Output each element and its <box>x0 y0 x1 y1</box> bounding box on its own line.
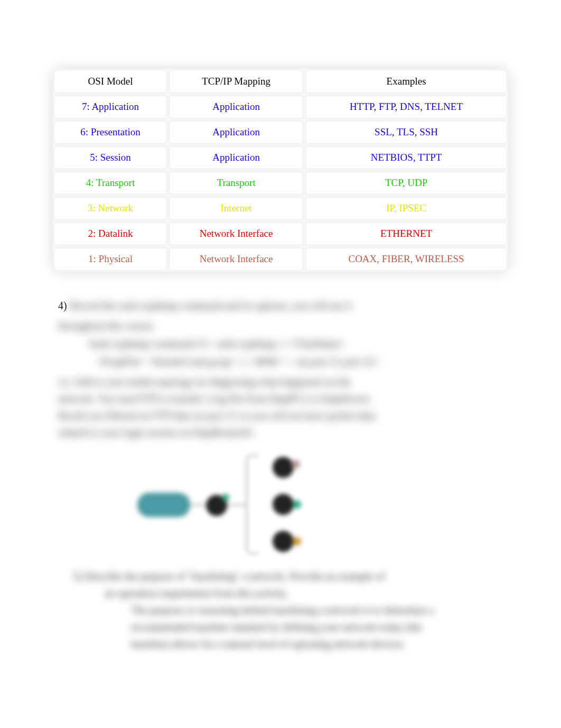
col-header-osi: OSI Model <box>53 69 168 94</box>
cell-examples: ETHERNET <box>304 221 508 246</box>
q4-para2: network. You used FTP to transfer a log … <box>58 390 503 407</box>
table-row: 4: Transport Transport TCP, UDP <box>53 170 508 196</box>
q4-para4: related to your login session on DeptRou… <box>58 424 503 441</box>
table-row: 5: Session Application NETBIOS, TTPT <box>53 145 508 170</box>
q5-sub2: recommended baseline standard by definin… <box>73 619 508 635</box>
cell-osi: 5: Session <box>53 145 168 170</box>
col-header-tcpip: TCP/IP Mapping <box>168 69 304 94</box>
q5-sub1: The purpose or reasoning behind baselini… <box>73 602 508 619</box>
q4-para1: xx: Add to your netlab topology by diagn… <box>58 373 503 390</box>
col-header-examples: Examples <box>304 69 508 94</box>
table-row: 2: Datalink Network Interface ETHERNET <box>53 221 508 246</box>
cloud-icon <box>137 493 190 517</box>
q4-bullet-a: Sudo tcpdump command: $ > sudo tcpdump -… <box>58 335 503 352</box>
cell-examples: COAX, FIBER, WIRELESS <box>304 246 508 272</box>
q4-para3: Recall you filtered on FTP data on port … <box>58 407 503 424</box>
cell-examples: NETBIOS, TTPT <box>304 145 508 170</box>
cell-examples: IP, IPSEC <box>304 196 508 221</box>
table-row: 3: Network Internet IP, IPSEC <box>53 196 508 221</box>
question-4-block: 4) Record the sudo tcpdump command and i… <box>53 297 508 441</box>
q4-number: 4) <box>58 300 67 311</box>
cell-tcpip: Transport <box>168 170 304 196</box>
table-row: 7: Application Application HTTP, FTP, DN… <box>53 94 508 119</box>
server-badge-icon <box>292 460 300 468</box>
table-row: 1: Physical Network Interface COAX, FIBE… <box>53 246 508 272</box>
cell-tcpip: Application <box>168 94 304 119</box>
q4-text: Record the sudo tcpdump command and its … <box>70 300 352 311</box>
router-badge-icon <box>222 494 229 501</box>
osi-tcpip-table: OSI Model TCP/IP Mapping Examples 7: App… <box>53 69 508 272</box>
cell-examples: TCP, UDP <box>304 170 508 196</box>
cell-osi: 7: Application <box>53 94 168 119</box>
q5-line1: 5) Describe the purpose of "baselining" … <box>73 568 508 585</box>
question-5-block: 5) Describe the purpose of "baselining" … <box>53 568 508 652</box>
cell-examples: HTTP, FTP, DNS, TELNET <box>304 94 508 119</box>
cell-osi: 1: Physical <box>53 246 168 272</box>
server-badge-icon <box>293 537 301 546</box>
server-icon <box>273 494 294 515</box>
cell-osi: 6: Presentation <box>53 119 168 145</box>
cell-examples: SSL, TLS, SSH <box>304 119 508 145</box>
cell-tcpip: Application <box>168 119 304 145</box>
cell-osi: 2: Datalink <box>53 221 168 246</box>
cell-tcpip: Network Interface <box>168 246 304 272</box>
cell-tcpip: Network Interface <box>168 221 304 246</box>
connector-line <box>227 504 246 505</box>
server-icon <box>273 531 294 552</box>
connector-line <box>189 504 207 505</box>
bracket-icon <box>246 455 259 554</box>
cell-tcpip: Application <box>168 145 304 170</box>
network-diagram <box>127 451 306 557</box>
cell-osi: 4: Transport <box>53 170 168 196</box>
cell-tcpip: Internet <box>168 196 304 221</box>
server-icon <box>273 457 294 478</box>
q5-line2: an operation requirement from this activ… <box>73 585 508 602</box>
table-header-row: OSI Model TCP/IP Mapping Examples <box>53 69 508 94</box>
q5-sub3: baseline) allows for a natural level of … <box>73 635 508 652</box>
table-row: 6: Presentation Application SSL, TLS, SS… <box>53 119 508 145</box>
q4-bullet-b: <PcapFile> <PacketCount.pcap> -c <####> … <box>58 353 503 370</box>
cell-osi: 3: Network <box>53 196 168 221</box>
server-badge-icon <box>293 500 301 509</box>
q4-text2: throughout this course. <box>58 317 503 334</box>
